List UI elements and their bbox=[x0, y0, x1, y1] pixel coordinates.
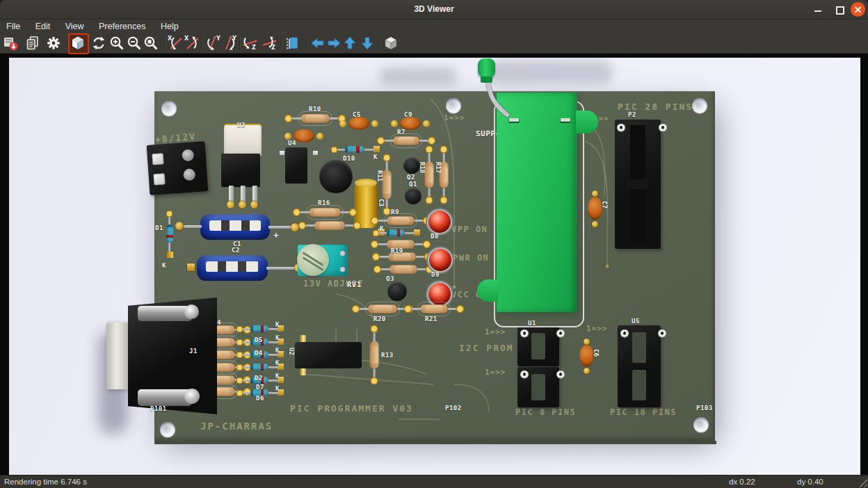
ref-d5: D5 bbox=[255, 336, 263, 343]
menubar: File Edit View Preferences Help bbox=[0, 19, 868, 33]
rotate-x-cw-button[interactable]: X bbox=[184, 35, 200, 51]
diode-d2 bbox=[250, 364, 268, 371]
pin bbox=[280, 151, 284, 155]
solder-pad bbox=[592, 221, 598, 227]
pin bbox=[300, 368, 306, 375]
rotate-y-ccw-button[interactable]: Y bbox=[205, 35, 222, 51]
menu-help[interactable]: Help bbox=[154, 19, 185, 31]
flip-board-button[interactable] bbox=[284, 35, 300, 51]
zif-socket bbox=[497, 92, 577, 312]
resistor-r21 bbox=[420, 304, 448, 314]
ic-pins bbox=[300, 335, 357, 342]
resistor-r20 bbox=[368, 304, 397, 314]
arrow-down-icon bbox=[359, 35, 376, 51]
ref-r20: R20 bbox=[373, 316, 386, 323]
rotate-z-cw-icon: Z bbox=[261, 35, 278, 51]
led-d9 bbox=[428, 247, 453, 273]
solder-pad bbox=[584, 368, 590, 374]
ref-d2: D2 bbox=[255, 375, 263, 382]
diode-d10 bbox=[345, 146, 364, 153]
pin bbox=[313, 151, 318, 155]
ref-u3: U3 bbox=[237, 122, 246, 129]
maximize-button[interactable] bbox=[832, 2, 846, 17]
menu-preferences[interactable]: Preferences bbox=[93, 19, 152, 31]
titlebar[interactable]: 3D Viewer bbox=[0, 0, 868, 19]
move-right-button[interactable] bbox=[326, 35, 342, 51]
diode bbox=[250, 325, 268, 332]
silkscreen-pic28: PIC 28 PINS bbox=[618, 101, 693, 112]
toolbar: X X Y Y Z Z bbox=[0, 33, 868, 54]
rotate-x-ccw-button[interactable]: X bbox=[167, 35, 184, 51]
pin bbox=[300, 335, 306, 342]
transistor-q3 bbox=[387, 282, 407, 301]
mounting-hole bbox=[693, 417, 709, 432]
ref-r9: R9 bbox=[391, 209, 399, 215]
solder-pad bbox=[227, 201, 234, 209]
ref-c3: C3 bbox=[378, 199, 385, 206]
move-down-button[interactable] bbox=[359, 35, 376, 51]
ref-r17: R17 bbox=[435, 162, 442, 173]
led-vcc bbox=[427, 282, 452, 307]
rotate-z-ccw-button[interactable]: Z bbox=[241, 35, 258, 51]
silkscreen-vpp-on: VPP ON bbox=[451, 225, 488, 234]
rotate-y-cw-button[interactable]: Y bbox=[221, 35, 238, 51]
socket-opening bbox=[531, 374, 545, 400]
capacitor-c2 bbox=[197, 255, 268, 281]
3d-viewer-window: 3D Viewer File Edit View Preferences Hel… bbox=[0, 0, 868, 488]
ref-c9: C9 bbox=[404, 111, 412, 118]
refresh-view-button[interactable] bbox=[90, 35, 107, 51]
diode bbox=[387, 229, 405, 236]
trimmer-knob bbox=[297, 244, 329, 276]
menu-file[interactable]: File bbox=[0, 19, 26, 31]
export-image-button[interactable] bbox=[2, 35, 19, 51]
status-dy: dy 0.40 bbox=[797, 478, 823, 486]
ref-c5: C5 bbox=[353, 111, 361, 118]
ref-q3: Q3 bbox=[386, 275, 394, 282]
socket-8pin bbox=[517, 367, 559, 407]
rotate-y-ccw-icon: Y bbox=[205, 35, 222, 51]
resistor bbox=[389, 265, 417, 274]
capacitor-c6 bbox=[579, 345, 594, 366]
mounting-hole bbox=[161, 101, 177, 116]
move-left-button[interactable] bbox=[310, 35, 326, 51]
move-up-button[interactable] bbox=[341, 35, 358, 51]
toolbar-separator bbox=[307, 36, 308, 50]
solder-pad bbox=[250, 201, 258, 209]
silkscreen-plus: + bbox=[273, 230, 279, 241]
resistor-r18 bbox=[425, 162, 434, 188]
viewport-3d[interactable]: +8/12V 13V ADJUST VPP ON PWR ON VCC ON P… bbox=[9, 58, 860, 475]
db9-screw bbox=[138, 306, 192, 321]
cube-3d-icon bbox=[70, 35, 86, 51]
mounting-hole bbox=[160, 422, 175, 437]
silkscreen-pin1-marker: 1=>> bbox=[485, 327, 506, 336]
ref-p101: P101 bbox=[150, 405, 167, 412]
ref-r11: R11 bbox=[376, 170, 383, 181]
ref-r7: R7 bbox=[397, 129, 405, 136]
copy-image-button[interactable] bbox=[24, 35, 41, 51]
arrow-right-icon bbox=[326, 35, 342, 51]
close-button[interactable] bbox=[851, 2, 865, 17]
minimize-button[interactable] bbox=[811, 2, 826, 17]
pin bbox=[556, 371, 565, 379]
render-engine-button[interactable] bbox=[68, 33, 89, 54]
rotate-x-cw-icon: X bbox=[184, 35, 200, 51]
silkscreen-author: JP-CHARRAS bbox=[200, 421, 273, 432]
zoom-out-button[interactable] bbox=[126, 35, 143, 51]
silkscreen-i2c-prom: I2C PROM bbox=[459, 343, 514, 353]
ref-p2: P2 bbox=[628, 111, 636, 118]
menu-edit[interactable]: Edit bbox=[29, 19, 57, 31]
render-options-button[interactable] bbox=[45, 35, 62, 51]
ic-u2 bbox=[295, 342, 362, 368]
zoom-in-button[interactable] bbox=[108, 35, 125, 51]
transistor-q2 bbox=[403, 157, 420, 174]
zif-tab bbox=[576, 111, 598, 133]
menu-view[interactable]: View bbox=[59, 19, 90, 31]
projection-button[interactable] bbox=[383, 35, 399, 51]
zoom-fit-button[interactable] bbox=[143, 35, 159, 51]
regulator-leg bbox=[252, 186, 257, 202]
pin bbox=[520, 330, 529, 338]
ref-d6: D6 bbox=[256, 395, 264, 402]
resize-grip[interactable] bbox=[857, 478, 867, 487]
rotate-z-cw-button[interactable]: Z bbox=[261, 35, 278, 51]
cathode-mark: K bbox=[162, 262, 166, 269]
